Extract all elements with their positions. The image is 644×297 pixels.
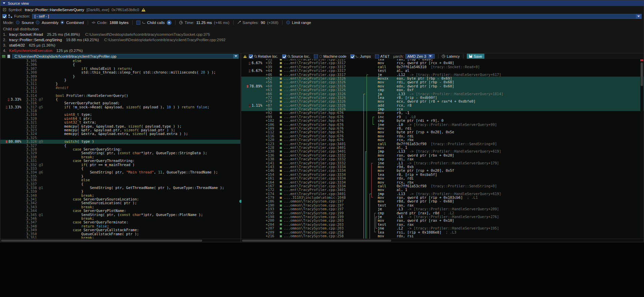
- source-file-combo[interactable]: C:\Users\wolf\Desktop\darkrl\contrib\tra…: [12, 54, 239, 59]
- time-label: Time:: [185, 21, 194, 25]
- asm-row[interactable]: +52...ent\TracyProfiler.cpp:3326movzxeax…: [241, 77, 644, 80]
- asm-row[interactable]: +164...ent\TracyProfiler.cpp:3334movrcx,…: [241, 181, 644, 184]
- mode-radio-assembly[interactable]: [36, 21, 39, 24]
- asm-row[interactable]: +209...ommon\TracySystem.cpp:258learsi, …: [241, 231, 644, 234]
- asm-row[interactable]: +123...ent\TracyProfiler.cpp:3401call0x7…: [241, 142, 644, 146]
- asm-row[interactable]: +186...ommon\TracySystem.cpp:197movr8d, …: [241, 199, 644, 203]
- asm-row[interactable]: +167...ent\TracyProfiler.cpp:3334call0x7…: [241, 184, 644, 188]
- asm-row[interactable]: +128...ent\TracyProfiler.cpp:3401moval, …: [241, 146, 644, 150]
- source-line-row[interactable]: 3,334@6 SendString( ptr, "Main thread", …: [0, 170, 240, 174]
- function-checkbox[interactable]: [2, 14, 6, 18]
- asm-row[interactable]: +66...ent\TracyProfiler.cpp:3326ja.L33 -…: [241, 92, 644, 96]
- function-combo-arrow[interactable]: [636, 14, 641, 19]
- asm-row[interactable]: +216...ommon\TracySystem.cpp:258movrdx, …: [241, 234, 644, 238]
- asm-row[interactable]: 6.67%+44...ent\TracyProfiler.cpp:3317tes…: [241, 69, 644, 73]
- asm-row[interactable]: +90...ent\TracyProfiler.cpp:3326jmprcx: [241, 107, 644, 111]
- save-button[interactable]: Save: [467, 54, 484, 59]
- asm-toolbar-check-at-t[interactable]: AT&T: [375, 54, 390, 58]
- source-line-row[interactable]: 3,331 case ServerQueryThreadString:: [0, 159, 240, 163]
- source-file-combo-arrow[interactable]: [233, 54, 238, 58]
- source-line-row[interactable]: 80.00%3,326@9 switch( type ): [0, 140, 240, 143]
- asm-row[interactable]: +102...ent\TracyProfiler.hpp:676cmpbyte …: [241, 119, 644, 123]
- asm-row[interactable]: +130...ent\TracyProfiler.cpp:3401jmp.L13…: [241, 150, 644, 153]
- asm-source-location: ...ent\TracyProfiler.cpp:3401: [284, 150, 363, 153]
- assembly-hscrollbar-thumb[interactable]: [242, 240, 391, 242]
- source-file-dot: [278, 178, 284, 180]
- checkbox[interactable]: [249, 54, 253, 58]
- assembly-vscrollbar[interactable]: [640, 59, 643, 239]
- asm-row[interactable]: +63...ent\TracyProfiler.cpp:3326cmpeax, …: [241, 88, 644, 92]
- asm-row[interactable]: 1.11%+87...ent\TracyProfiler.cpp:3326add…: [241, 104, 644, 107]
- child-calls-checkbox[interactable]: [136, 21, 140, 25]
- asm-row[interactable]: +154...ent\TracyProfiler.cpp:3334lear8, …: [241, 173, 644, 177]
- mode-radio-source[interactable]: [16, 21, 20, 24]
- asm-row[interactable]: +207...ommon\TracySystem.cpp:203jne.L2 -…: [241, 226, 644, 230]
- asm-row[interactable]: +174...ent\TracyProfiler.cpp:3401jmp.L13…: [241, 192, 644, 196]
- uarch-combo[interactable]: AMD Zen 3: [405, 54, 435, 59]
- asm-row[interactable]: +39...ent\TracyProfiler.cpp:3317call0x7f…: [241, 65, 644, 69]
- asm-row[interactable]: +172...ent\TracyProfiler.cpp:3401moval, …: [241, 188, 644, 192]
- checkbox[interactable]: [375, 54, 379, 58]
- source-line-code: bool Profiler::HandleServerQuery(): [47, 94, 128, 98]
- asm-row[interactable]: +46...ent\TracyProfiler.cpp:3317je.L12 -…: [241, 73, 644, 77]
- child-call-row[interactable]: 4.KeSynchronizeExecution125 μs (0.27%): [3, 48, 641, 53]
- checkbox[interactable]: [282, 54, 286, 58]
- asm-row[interactable]: +198...ommon\TracySystem.cpp:199je.L6 ->…: [241, 215, 644, 219]
- asm-row[interactable]: +190...ommon\TracySystem.cpp:197testrax,…: [241, 204, 644, 207]
- asm-row[interactable]: +146...ent\TracyProfiler.cpp:3334movbyte…: [241, 169, 644, 172]
- source-line-row[interactable]: 3,308 std::this_thread::sleep_for( std::…: [0, 71, 240, 74]
- checkbox[interactable]: [314, 54, 318, 58]
- source-hscrollbar-thumb[interactable]: [1, 240, 202, 242]
- asm-toolbar-check-relative-loc-[interactable]: Relative loc.: [249, 54, 278, 58]
- asm-row[interactable]: +116...ent\TracyProfiler.hpp:676movrdx, …: [241, 134, 644, 138]
- asm-toolbar-check-jumps[interactable]: Jumps: [350, 54, 371, 58]
- asm-row[interactable]: 6.67%+35...ent\TracyProfiler.cpp:3317mov…: [241, 61, 644, 65]
- asm-source-location: ...ommon\TracySystem.cpp:197: [284, 199, 363, 203]
- asm-row[interactable]: +141...ent\TracyProfiler.cpp:3332jne.L1 …: [241, 161, 644, 165]
- assembly-hscrollbar[interactable]: [241, 239, 644, 242]
- asm-toolbar-check-source-loc-[interactable]: Source loc.: [282, 54, 310, 58]
- asm-row[interactable]: +138...ent\TracyProfiler.cpp:3332cmprdi,…: [241, 157, 644, 161]
- asm-toolbar-check-machine-code[interactable]: Machine code: [314, 54, 347, 58]
- collapse-icon[interactable]: [3, 2, 5, 4]
- asm-row[interactable]: +200...ommon\TracySystem.cpp:203movrax, …: [241, 219, 644, 222]
- latency-toggle[interactable]: Latency: [447, 54, 460, 58]
- asm-row[interactable]: +72...ent\TracyProfiler.cpp:3326lear8, […: [241, 96, 644, 100]
- asm-row[interactable]: +106...ent\TracyProfiler.hpp:676jne.L0 -…: [241, 123, 644, 127]
- mode-radio-combined[interactable]: [60, 21, 64, 24]
- asm-row[interactable]: +179....31103\include\atomic:1048movrax,…: [241, 196, 644, 199]
- asm-row[interactable]: +79...ent\TracyProfiler.cpp:3326movecx, …: [241, 100, 644, 103]
- source-line-row[interactable]: 3,351 break;: [0, 236, 240, 239]
- assembly-vscrollbar-thumb[interactable]: [641, 62, 643, 86]
- child-call-time: 625 μs (1.36%): [29, 43, 55, 48]
- child-call-row[interactable]: 1.tracy::Socket::Read25.25 ms (54.89%)C:…: [3, 32, 641, 37]
- asm-row[interactable]: +161...ent\TracyProfiler.cpp:3334movrdx,…: [241, 177, 644, 180]
- asm-row[interactable]: +136...ent\TracyProfiler.cpp:3332movrax,…: [241, 154, 644, 157]
- asm-row[interactable]: +92...ent\TracyProfiler.hpp:676movr9, -1: [241, 111, 644, 115]
- limit-range-radio[interactable]: [286, 21, 290, 24]
- asm-row[interactable]: +120...ent\TracyProfiler.hpp:676movrcx, …: [241, 138, 644, 142]
- asm-row[interactable]: +193...ommon\TracySystem.cpp:197je.L3 ->…: [241, 207, 644, 211]
- source-hscrollbar[interactable]: [0, 239, 240, 242]
- asm-row[interactable]: +99...ent\TracyProfiler.hpp:676incr9 ; .…: [241, 115, 644, 119]
- source-line-row[interactable]: 3,339 }: [0, 190, 240, 193]
- asm-row[interactable]: +112...ent\TracyProfiler.hpp:676movbyte …: [241, 130, 644, 134]
- titlebar[interactable]: Source view: [0, 0, 644, 6]
- asm-row[interactable]: 78.89%+60...ent\TracyProfiler.cpp:3326mo…: [241, 84, 644, 88]
- uarch-label: μarch:: [393, 54, 404, 58]
- source-line-row[interactable]: 3,336 else: [0, 178, 240, 182]
- asm-row[interactable]: +109...ent\TracyProfiler.hpp:676movr8, r…: [241, 127, 644, 130]
- source-line-row[interactable]: 3,321 uint32_t extra;: [0, 120, 240, 124]
- child-call-row[interactable]: 3.stat64i32625 μs (1.36%): [3, 43, 641, 48]
- asm-row[interactable]: +195...ommon\TracySystem.cpp:199cmpdword…: [241, 211, 644, 215]
- source-line-row[interactable]: 3,349 case ServerQueryCallstackFrame:: [0, 228, 240, 232]
- uarch-combo-arrow[interactable]: [428, 54, 433, 58]
- asm-row[interactable]: +204...ommon\TracySystem.cpp:203testrax,…: [241, 223, 644, 226]
- source-line-row[interactable]: 3,313: [0, 90, 240, 93]
- asm-row[interactable]: +143...ent\TracyProfiler.cpp:3334movr9d,…: [241, 165, 644, 169]
- function-combo[interactable]: [ - self - ]: [32, 14, 642, 19]
- checkbox[interactable]: [350, 54, 354, 58]
- child-calls-expand-button[interactable]: [167, 20, 171, 25]
- asm-row[interactable]: +56...ent\TracyProfiler.cpp:3326movrdi, …: [241, 80, 644, 84]
- child-call-row[interactable]: 2.tracy::Profiler::SendLongString19.88 m…: [3, 37, 641, 43]
